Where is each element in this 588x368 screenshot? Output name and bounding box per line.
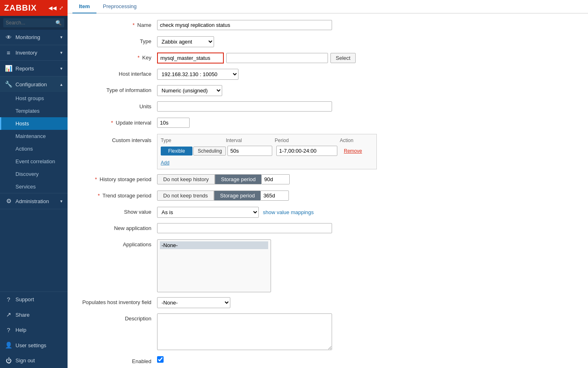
ci-add-link[interactable]: Add [161,160,169,166]
ci-period-input[interactable] [276,146,337,156]
type-label: Type [76,36,157,44]
sidebar-item-reports[interactable]: 📊 Reports ▾ [0,61,68,76]
history-storage-control: Do not keep history Storage period [157,174,442,184]
expand-icon[interactable]: ⤢ [59,5,63,11]
type-of-info-label: Type of information [76,85,157,93]
history-no-keep-button[interactable]: Do not keep history [157,174,215,184]
custom-intervals-row: Custom intervals Type Interval Period Ac… [76,134,580,169]
required-asterisk: * [111,120,113,126]
new-application-input[interactable] [157,223,332,233]
populates-row: Populates host inventory field -None- [76,297,580,309]
update-interval-control [157,118,442,128]
enabled-label: Enabled [76,356,157,364]
sidebar-item-inventory-label: Inventory [15,50,37,56]
scheduling-button[interactable]: Scheduling [193,147,226,156]
required-asterisk: * [133,22,135,28]
populates-select[interactable]: -None- [157,297,230,308]
sidebar-item-configuration-label: Configuration [15,81,47,88]
enabled-checkbox[interactable] [157,356,164,363]
sidebar-item-sign-out[interactable]: ⏻ Sign out [0,353,68,368]
sidebar-item-configuration[interactable]: 🔧 Configuration ▴ [0,77,68,92]
flexible-button[interactable]: Flexible [161,147,192,156]
custom-intervals-label: Custom intervals [76,134,157,143]
tab-item[interactable]: Item [72,0,96,13]
trend-no-keep-button[interactable]: Do not keep trends [157,191,214,201]
sidebar-item-support[interactable]: ? Support [0,292,68,307]
sidebar-section-reports: 📊 Reports ▾ [0,61,68,77]
sidebar-item-monitoring[interactable]: 👁 Monitoring ▾ [0,30,68,45]
sidebar-header-icons: ◀◀ ⤢ [48,5,63,11]
host-interface-label: Host interface [76,69,157,77]
key-input-row: Select [157,53,442,64]
ci-remove-link[interactable]: Remove [341,148,362,154]
trend-storage-buttons: Do not keep trends Storage period [157,191,442,201]
history-storage-row: * History storage period Do not keep his… [76,174,580,186]
collapse-icon[interactable]: ◀◀ [48,5,57,11]
update-interval-input[interactable] [157,118,190,128]
monitoring-icon: 👁 [5,34,12,41]
sidebar-item-host-groups[interactable]: Host groups [0,92,68,105]
sidebar-item-templates[interactable]: Templates [0,105,68,117]
sidebar-item-hosts[interactable]: Hosts [0,117,68,130]
applications-row: Applications -None- [76,239,580,292]
enabled-control [157,356,442,363]
key-hidden-input[interactable] [226,53,328,63]
sidebar-section-monitoring: 👁 Monitoring ▾ [0,30,68,45]
show-value-label: Show value [76,207,157,215]
units-label: Units [76,101,157,110]
show-value-select[interactable]: As is [157,207,259,218]
description-control [157,313,442,351]
sidebar-item-help[interactable]: ? Help [0,322,68,337]
type-of-info-select[interactable]: Numeric (unsigned) Numeric (float) Chara… [157,85,222,96]
type-of-info-row: Type of information Numeric (unsigned) N… [76,85,580,96]
tabs-bar: Item Preprocessing [68,0,588,13]
description-textarea[interactable] [157,313,332,350]
search-input[interactable] [3,18,64,27]
app-logo: ZABBIX [4,3,37,13]
key-input[interactable] [158,53,223,63]
sidebar-item-discovery[interactable]: Discovery [0,168,68,180]
host-interface-control: 192.168.32.130 : 10050 [157,69,442,80]
select-button[interactable]: Select [330,53,356,63]
ci-header-interval: Interval [226,138,275,143]
sidebar-item-actions[interactable]: Actions [0,142,68,155]
sidebar-item-inventory[interactable]: ≡ Inventory ▾ [0,45,68,60]
required-asterisk: * [138,55,140,61]
item-form: * Name Type Zabbix agent Zabbix agent (a… [68,13,588,368]
sidebar-item-services[interactable]: Services [0,180,68,193]
trend-storage-input[interactable] [260,191,289,201]
name-input[interactable] [157,20,332,30]
chevron-up-icon: ▴ [60,82,63,87]
sidebar-item-user-settings[interactable]: 👤 User settings [0,337,68,353]
type-select[interactable]: Zabbix agent Zabbix agent (active) Simpl… [157,36,214,47]
required-asterisk: * [95,176,97,182]
ci-header-action: Action [340,138,372,143]
populates-control: -None- [157,297,442,308]
ci-header-type: Type [161,138,226,143]
name-label: * Name [76,20,157,28]
user-icon: 👤 [5,342,12,349]
history-storage-period-button[interactable]: Storage period [215,174,261,184]
key-input-box [157,53,224,64]
tab-preprocessing[interactable]: Preprocessing [96,0,143,13]
description-row: Description [76,313,580,351]
sidebar-item-maintenance[interactable]: Maintenance [0,130,68,142]
key-control: Select [157,53,442,64]
show-value-mappings-link[interactable]: show value mappings [263,209,314,215]
host-interface-select[interactable]: 192.168.32.130 : 10050 [157,69,238,80]
units-input[interactable] [157,101,332,112]
ci-header-period: Period [275,138,340,143]
share-icon: ↗ [5,311,12,318]
key-row: * Key Select [76,53,580,64]
trend-storage-period-button[interactable]: Storage period [214,191,260,201]
ci-interval-input[interactable] [227,146,272,156]
sidebar-item-administration[interactable]: ⚙ Administration ▾ [0,193,68,209]
sidebar-item-event-correlation[interactable]: Event correlation [0,155,68,168]
sidebar-item-administration-label: Administration [15,198,49,204]
configuration-icon: 🔧 [5,81,12,88]
history-storage-input[interactable] [261,174,290,184]
sidebar-item-share[interactable]: ↗ Share [0,307,68,322]
reports-icon: 📊 [5,65,12,72]
applications-listbox[interactable]: -None- [157,239,271,292]
required-asterisk: * [98,193,100,199]
